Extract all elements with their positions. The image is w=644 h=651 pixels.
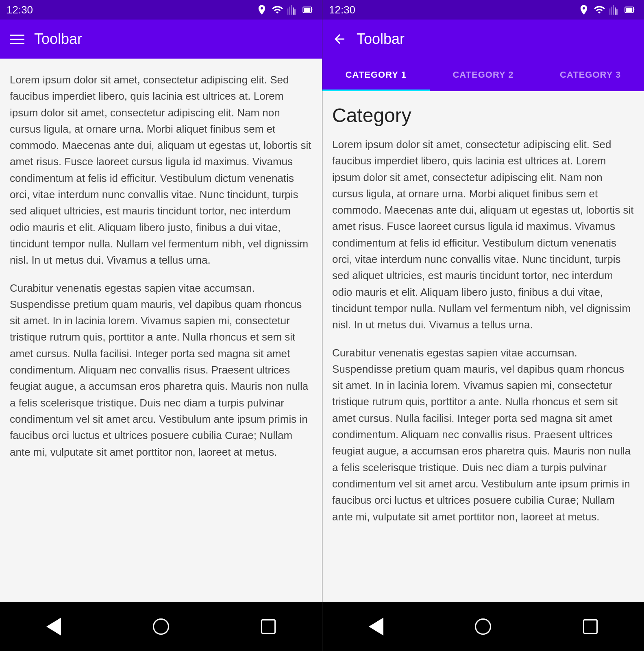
menu-icon[interactable]: [10, 35, 24, 44]
toolbar-right: Toolbar: [322, 20, 644, 59]
nav-home-button-right[interactable]: [471, 614, 495, 639]
nav-home-icon-left: [153, 618, 169, 635]
content-left: Lorem ipsum dolor sit amet, consectetur …: [0, 59, 322, 602]
nav-bar-right: [322, 602, 644, 651]
back-arrow-icon: [332, 32, 347, 46]
toolbar-title-left: Toolbar: [34, 31, 82, 48]
tab-category2[interactable]: CATEGORY 2: [430, 59, 537, 91]
battery-icon: [301, 4, 315, 15]
content-paragraph2-left: Curabitur venenatis egestas sapien vitae…: [10, 280, 312, 460]
content-title-right: Category: [332, 104, 634, 127]
status-time-right: 12:30: [329, 4, 355, 16]
wifi-icon: [271, 4, 284, 15]
svg-rect-1: [304, 8, 310, 12]
status-bar-right: 12:30: [322, 0, 644, 20]
nav-back-icon-left: [46, 618, 61, 636]
nav-recents-button-left[interactable]: [256, 614, 281, 639]
battery-icon-right: [623, 4, 637, 15]
wifi-icon-right: [593, 4, 606, 15]
nav-back-button-left[interactable]: [41, 614, 66, 639]
tab-category1[interactable]: CATEGORY 1: [322, 59, 430, 91]
content-right: Category Lorem ipsum dolor sit amet, con…: [322, 91, 644, 602]
content-paragraph2-right: Curabitur venenatis egestas sapien vitae…: [332, 345, 634, 525]
left-phone: 12:30 Toolbar Lorem ipsum dolor sit amet…: [0, 0, 322, 651]
nav-recents-button-right[interactable]: [578, 614, 603, 639]
tab-category3[interactable]: CATEGORY 3: [537, 59, 644, 91]
nav-bar-left: [0, 602, 322, 651]
tab-bar: CATEGORY 1 CATEGORY 2 CATEGORY 3: [322, 59, 644, 91]
content-paragraph1-right: Lorem ipsum dolor sit amet, consectetur …: [332, 136, 634, 333]
status-icons-left: [256, 4, 315, 15]
toolbar-left: Toolbar: [0, 20, 322, 59]
status-icons-right: [578, 4, 637, 15]
location-icon-right: [578, 4, 590, 15]
status-bar-left: 12:30: [0, 0, 322, 20]
nav-home-icon-right: [475, 618, 491, 635]
nav-recents-icon-right: [583, 619, 598, 634]
svg-rect-3: [626, 8, 632, 12]
nav-back-button-right[interactable]: [364, 614, 388, 639]
signal-icon-right: [609, 4, 620, 15]
right-phone: 12:30 Toolbar CATEGORY 1 CATEGORY 2 CATE…: [322, 0, 644, 651]
nav-recents-icon-left: [261, 619, 276, 634]
signal-icon: [287, 4, 298, 15]
content-paragraph1-left: Lorem ipsum dolor sit amet, consectetur …: [10, 72, 312, 269]
nav-back-icon-right: [369, 618, 383, 636]
location-icon: [256, 4, 268, 15]
nav-home-button-left[interactable]: [149, 614, 173, 639]
toolbar-title-right: Toolbar: [357, 31, 405, 48]
status-time-left: 12:30: [7, 4, 33, 16]
back-button[interactable]: [332, 32, 347, 46]
